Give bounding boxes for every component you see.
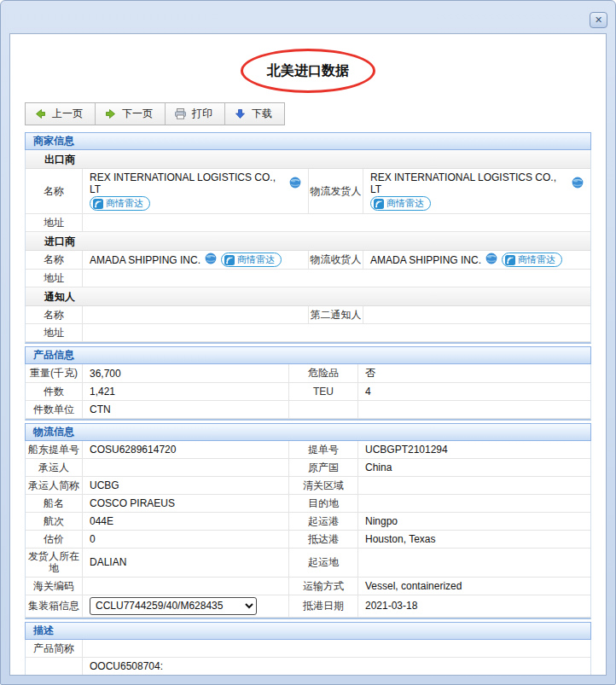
notify-name-row: 名称 第二通知人 <box>26 306 590 324</box>
print-button[interactable]: 打印 <box>166 103 225 125</box>
exporter-name-value: REX INTERNATIONAL LOGISTICS CO., LT <box>90 171 285 195</box>
download-label: 下载 <box>252 107 272 121</box>
product-desc-row: 产品描述 OOCU6508704: 001:KITCHEN WAREIMPORT… <box>26 658 590 676</box>
empty-value <box>358 401 590 418</box>
table-row: 航次 044E 起运港 Ningpo <box>26 513 590 531</box>
table-row: 海关编码 运输方式 Vessel, containerized <box>26 578 590 595</box>
globe-icon[interactable] <box>485 253 497 267</box>
vessel-value: COSCO PIRAEUS <box>83 495 289 512</box>
logistics-shipper-cell: REX INTERNATIONAL LOGISTICS CO., LT 商情雷达 <box>363 169 590 213</box>
notify-name-label: 名称 <box>26 306 83 323</box>
carrier-label: 承运人 <box>26 459 83 476</box>
green-left-arrow-icon <box>34 107 47 120</box>
radar-badge-label: 商情雷达 <box>518 254 555 265</box>
radar-icon <box>93 199 103 209</box>
table-row: 件数单位 CTN <box>26 401 590 419</box>
exporter-name-row: 名称 REX INTERNATIONAL LOGISTICS CO., LT 商… <box>26 169 590 214</box>
exporter-name-cell: REX INTERNATIONAL LOGISTICS CO., LT 商情雷达 <box>83 169 309 213</box>
exporter-address-row: 地址 <box>26 214 590 232</box>
dangerous-label: 危险品 <box>289 364 358 382</box>
radar-badge[interactable]: 商情雷达 <box>370 196 431 211</box>
pieces-value: 1,421 <box>83 383 289 400</box>
section-logistics-info: 物流信息 船东提单号 COSU6289614720 提单号 UCBGPT2101… <box>25 423 591 619</box>
radar-badge[interactable]: 商情雷达 <box>502 253 562 267</box>
sections: 商家信息 出口商 名称 REX INTERNATIONAL LOGISTICS … <box>25 132 591 676</box>
exporter-subheader: 出口商 <box>26 150 590 169</box>
radar-badge[interactable]: 商情雷达 <box>221 253 282 267</box>
carrier-abbr-label: 承运人简称 <box>26 477 83 494</box>
product-short-value <box>83 640 590 657</box>
radar-badge[interactable]: 商情雷达 <box>90 196 150 211</box>
download-button[interactable]: 下载 <box>225 103 284 125</box>
weight-label: 重量(千克) <box>26 364 83 382</box>
logistics-consignee-label: 物流收货人 <box>309 251 363 269</box>
arrival-date-label: 抵港日期 <box>289 595 358 617</box>
product-desc-value: OOCU6508704: 001:KITCHEN WAREIMPORT WHIT… <box>90 660 584 676</box>
customs-area-value <box>358 477 590 494</box>
next-page-button[interactable]: 下一页 <box>96 103 166 125</box>
table-row: 发货人所在地 DALIAN 起运地 <box>26 549 590 578</box>
close-icon[interactable]: ✕ <box>590 12 607 28</box>
hs-code-value <box>83 578 289 595</box>
importer-subheader: 进口商 <box>26 232 590 251</box>
destination-value <box>358 495 590 512</box>
exporter-name-label: 名称 <box>26 169 83 213</box>
master-bl-label: 船东提单号 <box>26 441 83 458</box>
transport-mode-label: 运输方式 <box>289 578 358 595</box>
teu-label: TEU <box>289 383 358 400</box>
printer-icon <box>174 107 187 120</box>
bl-value: UCBGPT2101294 <box>358 441 590 458</box>
prev-page-label: 上一页 <box>52 107 83 121</box>
importer-name-cell: AMADA SHIPPING INC. 商情雷达 <box>83 251 309 269</box>
globe-icon[interactable] <box>572 177 584 191</box>
globe-icon[interactable] <box>289 177 301 191</box>
unit-value: CTN <box>83 401 289 418</box>
notify-name-value <box>83 306 309 323</box>
merchant-info-header: 商家信息 <box>25 132 591 150</box>
container-select[interactable]: CCLU7744259/40/M628435 <box>90 597 257 615</box>
blue-down-arrow-icon <box>234 107 247 120</box>
radar-badge-label: 商情雷达 <box>106 198 143 209</box>
logistics-info-header: 物流信息 <box>25 423 591 441</box>
table-row: 件数 1,421 TEU 4 <box>26 383 590 401</box>
notify-address-label: 地址 <box>26 324 83 341</box>
importer-name-label: 名称 <box>26 251 83 269</box>
logistics-shipper-label: 物流发货人 <box>309 169 363 213</box>
carrier-abbr-value: UCBG <box>83 477 289 494</box>
prev-page-button[interactable]: 上一页 <box>26 103 96 125</box>
value-value: 0 <box>83 531 289 548</box>
product-short-row: 产品简称 <box>26 640 590 658</box>
notify-subheader: 通知人 <box>26 287 590 306</box>
table-row: 估价 0 抵达港 Houston, Texas <box>26 531 590 549</box>
product-desc-label: 产品描述 <box>26 658 83 676</box>
radar-badge-label: 商情雷达 <box>237 254 275 265</box>
section-merchant-info: 商家信息 出口商 名称 REX INTERNATIONAL LOGISTICS … <box>25 132 591 344</box>
table-row: 承运人 原产国 China <box>26 459 590 477</box>
exporter-address-value <box>83 214 590 231</box>
table-row: 重量(千克) 36,700 危险品 否 <box>26 364 590 383</box>
radar-icon <box>224 255 235 265</box>
dangerous-value: 否 <box>358 364 590 382</box>
table-row: 船东提单号 COSU6289614720 提单号 UCBGPT2101294 <box>26 441 590 459</box>
empty-label <box>289 401 358 418</box>
carrier-value <box>83 459 289 476</box>
globe-icon[interactable] <box>205 253 217 267</box>
dialog-titlebar: ✕ <box>1 1 615 33</box>
import-data-dialog: ✕ 北美进口数据 上一页 下一页 打印 下载 <box>0 0 616 685</box>
transport-mode-value: Vessel, containerized <box>358 578 590 595</box>
arrival-port-value: Houston, Texas <box>358 531 590 548</box>
importer-name-row: 名称 AMADA SHIPPING INC. 商情雷达 物流收货人 AMADA … <box>26 251 590 270</box>
importer-name-value: AMADA SHIPPING INC. <box>90 254 200 266</box>
second-notify-value <box>363 306 590 323</box>
customs-area-label: 清关区域 <box>289 477 358 494</box>
container-info-row: 集装箱信息 CCLU7744259/40/M628435 抵港日期 2021-0… <box>26 595 590 618</box>
next-page-label: 下一页 <box>122 107 153 121</box>
notify-address-value <box>83 324 590 341</box>
bl-label: 提单号 <box>289 441 358 458</box>
logistics-consignee-cell: AMADA SHIPPING INC. 商情雷达 <box>363 251 590 269</box>
shipper-location-value: DALIAN <box>83 549 289 577</box>
print-label: 打印 <box>192 107 212 121</box>
arrival-port-label: 抵达港 <box>289 531 358 548</box>
description-header: 描述 <box>25 622 591 640</box>
voyage-value: 044E <box>83 513 289 530</box>
